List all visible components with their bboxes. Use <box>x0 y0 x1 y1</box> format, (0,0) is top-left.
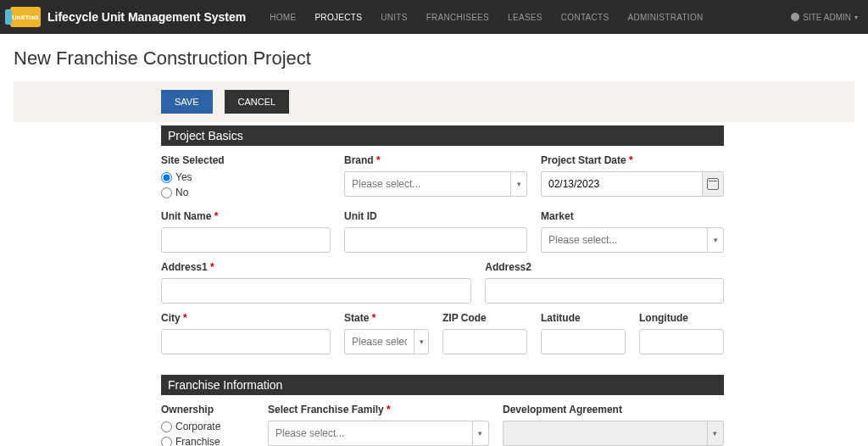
user-menu[interactable]: SITE ADMIN ▾ <box>791 13 858 22</box>
latitude-input[interactable] <box>541 329 626 354</box>
label-unit-name: Unit Name * <box>161 210 331 222</box>
nav-items: HOME PROJECTS UNITS FRANCHISEES LEASES C… <box>261 8 711 27</box>
app-logo: UnitTrak <box>10 7 41 27</box>
market-select-toggle[interactable]: ▾ <box>707 227 724 253</box>
unit-id-input[interactable] <box>344 227 527 253</box>
start-date-picker-button[interactable] <box>702 171 724 197</box>
label-site-selected: Site Selected <box>161 154 331 166</box>
label-address1: Address1 * <box>161 261 471 273</box>
franchise-family-select[interactable] <box>268 421 472 446</box>
page-title: New Franchise Construction Project <box>14 47 854 70</box>
user-label: SITE ADMIN <box>803 13 851 22</box>
cancel-button[interactable]: CANCEL <box>225 90 290 114</box>
label-address2: Address2 <box>485 261 724 273</box>
nav-projects[interactable]: PROJECTS <box>306 8 370 27</box>
nav-units[interactable]: UNITS <box>372 8 416 27</box>
user-icon <box>791 13 799 21</box>
start-date-input[interactable] <box>541 171 702 197</box>
navbar: UnitTrak Lifecycle Unit Management Syste… <box>0 0 868 34</box>
state-select-toggle[interactable]: ▾ <box>414 329 429 354</box>
franchise-family-toggle[interactable]: ▾ <box>472 421 489 446</box>
save-button[interactable]: SAVE <box>161 90 213 114</box>
address2-input[interactable] <box>485 278 724 304</box>
nav-administration[interactable]: ADMINISTRATION <box>619 8 711 27</box>
nav-home[interactable]: HOME <box>261 8 304 27</box>
label-city: City * <box>161 312 331 324</box>
section-franchise-info: Franchise Information <box>161 375 724 395</box>
radio-franchise[interactable]: Franchise <box>161 436 254 446</box>
unit-name-input[interactable] <box>161 227 331 253</box>
label-zip: ZIP Code <box>442 312 527 324</box>
brand-select-toggle[interactable]: ▾ <box>510 171 527 197</box>
city-input[interactable] <box>161 329 331 354</box>
label-state: State * <box>344 312 429 324</box>
brand-select[interactable] <box>344 171 510 197</box>
label-ownership: Ownership <box>161 404 254 415</box>
app-brand: Lifecycle Unit Management System <box>47 10 246 24</box>
label-brand: Brand * <box>344 154 527 166</box>
radio-site-no[interactable]: No <box>161 187 331 198</box>
address1-input[interactable] <box>161 278 471 304</box>
zip-input[interactable] <box>442 329 527 354</box>
label-longitude: Longitude <box>639 312 724 324</box>
radio-site-yes[interactable]: Yes <box>161 171 331 183</box>
market-select[interactable] <box>541 227 707 253</box>
dev-agreement-select <box>503 421 707 446</box>
state-select[interactable] <box>344 329 414 354</box>
label-market: Market <box>541 210 724 222</box>
calendar-icon <box>707 178 719 190</box>
section-project-basics: Project Basics <box>161 125 724 146</box>
nav-franchisees[interactable]: FRANCHISEES <box>418 8 498 27</box>
dev-agreement-toggle: ▾ <box>707 421 724 446</box>
label-unit-id: Unit ID <box>344 210 527 222</box>
caret-down-icon: ▾ <box>854 14 858 21</box>
nav-leases[interactable]: LEASES <box>499 8 551 27</box>
nav-contacts[interactable]: CONTACTS <box>553 8 618 27</box>
radio-corporate[interactable]: Corporate <box>161 421 254 432</box>
label-dev-agreement: Development Agreement <box>503 404 724 415</box>
label-start-date: Project Start Date * <box>541 154 724 166</box>
action-bar: SAVE CANCEL <box>14 81 854 122</box>
label-latitude: Latitude <box>541 312 626 324</box>
label-franchise-family: Select Franchise Family * <box>268 404 489 415</box>
longitude-input[interactable] <box>639 329 724 354</box>
